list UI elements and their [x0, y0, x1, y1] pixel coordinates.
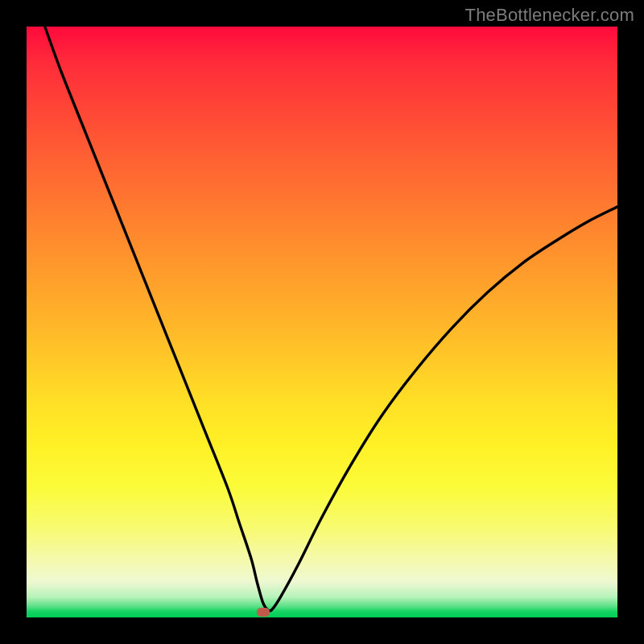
minimum-marker — [257, 608, 270, 617]
bottleneck-curve — [27, 27, 617, 617]
curve-path — [45, 27, 617, 611]
plot-area — [27, 27, 617, 617]
chart-frame: TheBottlenecker.com — [0, 0, 644, 644]
watermark-label: TheBottlenecker.com — [465, 5, 634, 26]
